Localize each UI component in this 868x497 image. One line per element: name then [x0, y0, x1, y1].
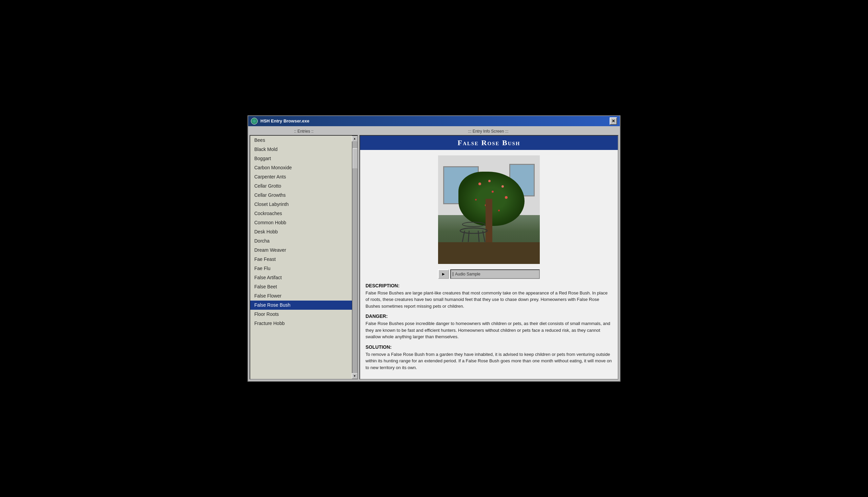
scroll-up-button[interactable]: ▲ — [352, 136, 357, 141]
main-window: HSH Entry Browser.exe ✕ :: Entries :: ::… — [248, 115, 620, 382]
list-item[interactable]: Fae Flu — [250, 264, 352, 273]
solution-header: SOLUTION: — [366, 344, 612, 350]
audio-label: Audio Sample — [455, 272, 481, 276]
entry-title: False Rose Bush — [366, 138, 612, 147]
list-item[interactable]: Dream Weaver — [250, 246, 352, 255]
main-content: BeesBlack MoldBoggartCarbon MonoxideCarp… — [250, 135, 618, 380]
description-header: DESCRIPTION: — [366, 283, 612, 288]
list-item[interactable]: Boggart — [250, 154, 352, 163]
list-scrollbar: ▲ ▼ — [352, 136, 357, 379]
entries-header: :: Entries :: — [250, 129, 358, 134]
ground — [438, 242, 540, 264]
list-scroll-area: BeesBlack MoldBoggartCarbon MonoxideCarp… — [250, 136, 357, 379]
close-button[interactable]: ✕ — [609, 117, 617, 125]
svg-line-3 — [468, 231, 469, 242]
entry-body: ▶ Audio Sample DESCRIPTION: False Rose B… — [360, 150, 618, 379]
danger-header: DANGER: — [366, 313, 612, 319]
list-item[interactable]: Common Hobb — [250, 218, 352, 227]
danger-text: False Rose Bushes pose incredible danger… — [366, 320, 612, 340]
svg-line-4 — [478, 231, 479, 242]
chair — [453, 217, 494, 244]
list-item[interactable]: Desk Hobb — [250, 227, 352, 237]
list-item[interactable]: Bees — [250, 136, 352, 145]
rose-bush-background — [438, 155, 540, 264]
list-item[interactable]: Dorcha — [250, 237, 352, 246]
rose-1 — [479, 183, 481, 185]
list-item[interactable]: Floor Roots — [250, 310, 352, 319]
scroll-thumb[interactable] — [353, 148, 357, 169]
list-item[interactable]: Closet Labyrinth — [250, 200, 352, 209]
audio-progress — [452, 272, 454, 276]
rose-3 — [501, 185, 504, 188]
list-item[interactable]: Fracture Hobb — [250, 319, 352, 328]
list-item[interactable]: Carbon Monoxide — [250, 163, 352, 172]
scroll-track — [352, 141, 357, 373]
title-bar: HSH Entry Browser.exe ✕ — [248, 116, 620, 126]
list-item[interactable]: Carpenter Ants — [250, 172, 352, 182]
chair-svg — [453, 217, 494, 244]
list-item[interactable]: Black Mold — [250, 145, 352, 154]
app-icon — [251, 118, 258, 125]
rose-8 — [498, 210, 500, 211]
audio-bar[interactable]: Audio Sample — [450, 269, 540, 279]
entry-panel: False Rose Bush — [359, 135, 618, 380]
entry-image-container — [366, 155, 612, 264]
title-bar-left: HSH Entry Browser.exe — [251, 118, 310, 125]
info-header: ::: Entry Info Screen ::: — [358, 129, 618, 134]
header-labels: :: Entries :: ::: Entry Info Screen ::: — [250, 128, 618, 135]
list-item[interactable]: False Rose Bush — [250, 301, 352, 310]
list-panel: BeesBlack MoldBoggartCarbon MonoxideCarp… — [250, 135, 358, 380]
list-item[interactable]: Cellar Grotto — [250, 182, 352, 191]
list-item[interactable]: False Beet — [250, 282, 352, 292]
solution-text: To remove a False Rose Bush from a garde… — [366, 351, 612, 371]
rose-7 — [488, 180, 491, 182]
list-item[interactable]: False Artifact — [250, 273, 352, 282]
entry-title-bar: False Rose Bush — [360, 136, 618, 150]
audio-player: ▶ Audio Sample — [438, 269, 540, 279]
scroll-down-button[interactable]: ▼ — [352, 373, 357, 379]
list-items: BeesBlack MoldBoggartCarbon MonoxideCarp… — [250, 136, 352, 379]
rose-2 — [492, 191, 494, 193]
svg-point-5 — [462, 222, 485, 227]
list-item[interactable]: Cellar Growths — [250, 191, 352, 200]
description-text: False Rose Bushes are large plant-like c… — [366, 290, 612, 310]
rose-5 — [505, 196, 507, 199]
list-item[interactable]: Cockroaches — [250, 209, 352, 218]
entry-image — [438, 155, 540, 264]
list-item[interactable]: False Flower — [250, 292, 352, 301]
rose-4 — [475, 199, 477, 200]
play-button[interactable]: ▶ — [438, 269, 449, 279]
window-body: :: Entries :: ::: Entry Info Screen ::: … — [248, 126, 620, 381]
window-title: HSH Entry Browser.exe — [261, 118, 310, 124]
list-item[interactable]: Fae Feast — [250, 255, 352, 264]
